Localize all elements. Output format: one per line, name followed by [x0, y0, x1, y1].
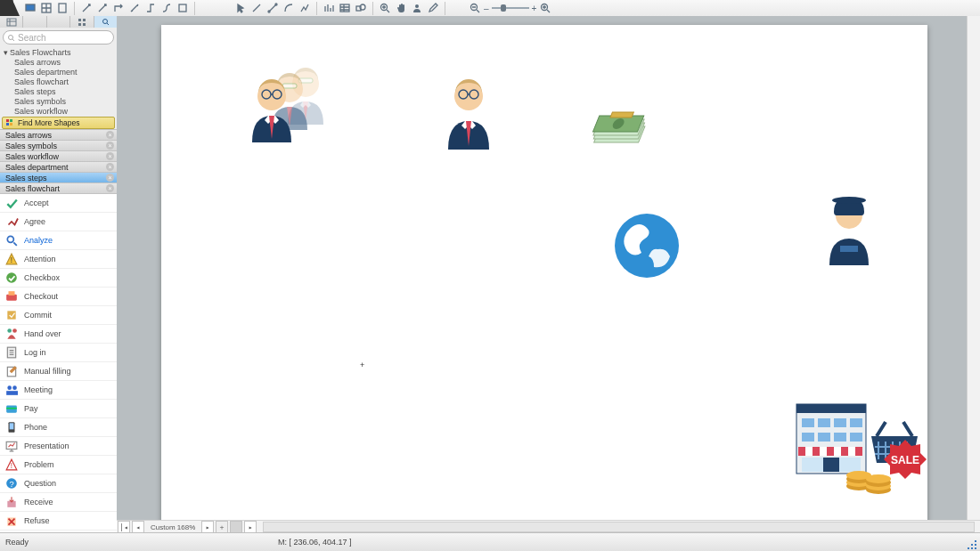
pointer-icon[interactable] [233, 2, 248, 15]
tab-blank2[interactable] [47, 16, 70, 28]
shape-meeting[interactable]: Meeting [0, 381, 117, 400]
tab-grid-icon[interactable] [70, 16, 94, 28]
pay-icon [2, 401, 21, 417]
chart-icon[interactable] [322, 2, 336, 15]
shapes-panel: Search ▾ Sales Flowcharts Sales arrows S… [0, 16, 118, 533]
svg-text:!: ! [11, 462, 12, 470]
edit-icon[interactable] [426, 2, 440, 15]
nav-first-button[interactable]: |◂ [118, 521, 130, 533]
worker-icon[interactable] [821, 189, 878, 269]
svg-text:SALE: SALE [891, 454, 919, 466]
horizontal-scrollbar[interactable] [263, 522, 975, 532]
connector2-icon[interactable] [95, 2, 110, 15]
tree-item[interactable]: Sales department [0, 67, 117, 77]
shapes-icon[interactable] [354, 2, 368, 15]
nav-next-button[interactable]: ▸ [201, 521, 214, 533]
line2-icon[interactable] [265, 2, 280, 15]
shape-phone[interactable]: Phone [0, 418, 117, 437]
svg-rect-37 [6, 391, 18, 395]
zoom-slider[interactable]: –+ [484, 4, 536, 13]
page-icon[interactable] [55, 2, 69, 15]
shape-analyze[interactable]: Analyze [0, 231, 117, 250]
shape-receive[interactable]: Receive [0, 493, 117, 512]
document-tab[interactable] [0, 0, 13, 16]
svg-point-71 [832, 197, 866, 204]
table-icon[interactable] [338, 2, 352, 15]
receive-icon [2, 494, 21, 510]
svg-rect-29 [9, 291, 15, 296]
page-thumb[interactable] [230, 521, 242, 533]
slideshow-icon[interactable] [23, 2, 37, 15]
shape-refuse[interactable]: Refuse [0, 512, 117, 531]
svg-point-35 [7, 385, 12, 390]
shape-manual[interactable]: Manual filling [0, 362, 117, 381]
svg-rect-105 [971, 544, 973, 546]
shape-presentation[interactable]: Presentation [0, 437, 117, 456]
status-ready: Ready [5, 538, 29, 547]
connector1-icon[interactable] [79, 2, 94, 15]
tree-item[interactable]: Sales steps [0, 86, 117, 96]
shape-agree[interactable]: Agree [0, 213, 117, 231]
find-more-shapes-button[interactable]: Find More Shapes [2, 117, 115, 129]
nav-end-button[interactable]: ▸ [244, 521, 257, 533]
curve-icon[interactable] [282, 2, 296, 15]
connector6-icon[interactable] [159, 2, 174, 15]
shape-attention[interactable]: !Attention [0, 250, 117, 269]
svg-rect-79 [802, 433, 814, 442]
connector5-icon[interactable] [143, 2, 158, 15]
tab-search-icon[interactable] [94, 16, 117, 28]
tab-library-icon[interactable] [0, 16, 23, 28]
svg-rect-55 [282, 84, 297, 88]
shape-list: AcceptAgreeAnalyze!AttentionCheckboxChec… [0, 194, 117, 533]
hand-icon[interactable] [394, 2, 408, 15]
tab-blank1[interactable] [23, 16, 46, 28]
user-icon[interactable] [410, 2, 424, 15]
line1-icon[interactable] [249, 2, 264, 15]
tree-item[interactable]: Sales flowchart [0, 77, 117, 86]
connector4-icon[interactable] [127, 2, 142, 15]
zoom-in-icon[interactable] [378, 2, 392, 15]
tree-item[interactable]: Sales arrows [0, 57, 117, 67]
svg-rect-108 [971, 547, 973, 549]
svg-rect-72 [840, 246, 858, 252]
businessman-group-icon[interactable] [241, 61, 339, 158]
connector3-icon[interactable] [111, 2, 126, 15]
nav-prev-button[interactable]: ◂ [132, 521, 144, 533]
resize-grip-icon[interactable] [966, 537, 980, 551]
svg-point-20 [9, 35, 13, 39]
tree-root[interactable]: ▾ Sales Flowcharts [0, 47, 117, 57]
svg-rect-91 [848, 447, 855, 456]
svg-point-19 [102, 20, 107, 24]
store-sale-icon[interactable]: SALE [791, 399, 934, 497]
grid-icon[interactable] [39, 2, 53, 15]
svg-rect-23 [6, 123, 9, 126]
zoom-in2-icon[interactable] [538, 2, 552, 15]
shape-problem[interactable]: !Problem [0, 456, 117, 474]
shape-pay[interactable]: Pay [0, 400, 117, 418]
category-sales-flowchart[interactable]: Sales flowchart× [0, 182, 117, 194]
globe-icon[interactable] [611, 210, 682, 281]
connector7-icon[interactable] [176, 2, 190, 15]
shape-accept[interactable]: Accept [0, 194, 117, 213]
tree-item[interactable]: Sales symbols [0, 96, 117, 106]
svg-rect-68 [610, 112, 633, 117]
shape-handover[interactable]: Hand over [0, 325, 117, 344]
shape-login[interactable]: Log in [0, 344, 117, 362]
shape-commit[interactable]: Commit [0, 306, 117, 325]
tree-item[interactable]: Sales workflow [0, 106, 117, 116]
manual-icon [2, 363, 21, 379]
search-placeholder: Search [18, 33, 46, 43]
polyline-icon[interactable] [298, 2, 312, 15]
search-input[interactable]: Search [3, 30, 114, 45]
vertical-scrollbar[interactable] [967, 16, 980, 521]
shape-question[interactable]: ?Question [0, 474, 117, 493]
businessman-icon[interactable] [439, 75, 498, 155]
shape-checkbox[interactable]: Checkbox [0, 269, 117, 288]
drawing-page[interactable]: SALE + [161, 25, 927, 525]
svg-rect-89 [820, 447, 827, 456]
shape-checkout[interactable]: Checkout [0, 288, 117, 306]
problem-icon: ! [2, 457, 21, 473]
zoom-out-icon[interactable] [468, 2, 482, 15]
money-stack-icon[interactable] [584, 109, 656, 151]
add-page-button[interactable]: ＋ [216, 521, 228, 533]
